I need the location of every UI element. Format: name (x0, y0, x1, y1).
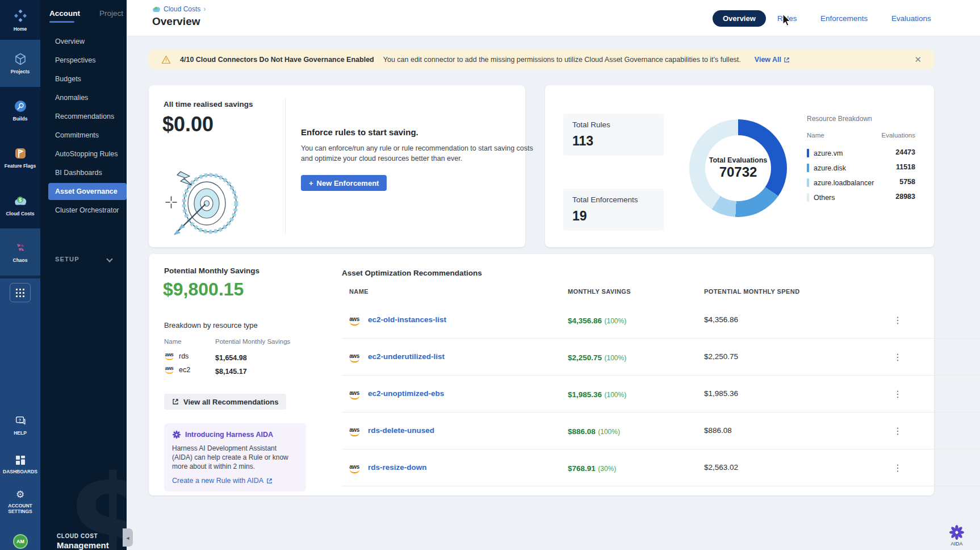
realised-savings-card: All time realised savings $0.00 Enforce … (149, 85, 525, 247)
legend-value-others: 28983 (846, 193, 915, 201)
sidebar-item-account-settings[interactable]: ⚙ ACCOUNT SETTINGS (0, 490, 40, 514)
close-icon[interactable]: ✕ (914, 55, 922, 65)
rule-link[interactable]: ec2-underutilized-list (368, 352, 445, 361)
active-tab-underline (49, 21, 74, 23)
nav-item-budgets[interactable]: Budgets (40, 69, 127, 88)
table-row[interactable]: aws rds-resize-down $768.91 (30%) $2,563… (342, 449, 980, 486)
nav-item-asset-governance[interactable]: Asset Governance (48, 183, 127, 200)
aida-assistant-button[interactable]: AIDA (949, 525, 964, 547)
nav-item-bi-dashboards[interactable]: BI Dashboards (40, 163, 127, 182)
tab-rules[interactable]: Rules (777, 14, 797, 23)
user-avatar[interactable]: AM (13, 534, 28, 549)
cloud-icon (152, 6, 161, 13)
kebab-menu-icon[interactable]: ⋮ (893, 352, 903, 363)
rule-link[interactable]: ec2-old-instances-list (368, 315, 446, 324)
nav-item-overview[interactable]: Overview (40, 32, 127, 51)
breadcrumb: Cloud Costs › (152, 5, 206, 13)
potential-savings-title: Potential Monthly Savings (164, 266, 259, 275)
kebab-menu-icon[interactable]: ⋮ (893, 463, 903, 473)
setup-section-toggle[interactable]: SETUP (55, 256, 79, 262)
tab-evaluations[interactable]: Evaluations (891, 14, 931, 23)
view-all-link[interactable]: View All (755, 56, 790, 64)
aida-title: Introducing Harness AIDA (185, 431, 273, 439)
module-grid-button[interactable] (10, 283, 31, 302)
nav-item-recommendations[interactable]: Recommendations (40, 107, 127, 126)
create-rule-with-aida-link[interactable]: Create a new Rule with AIDA (172, 477, 298, 485)
legend-value-loadbalancer: 5758 (846, 178, 915, 186)
scope-tab-project[interactable]: Project (99, 9, 123, 18)
breakdown-row-rds: aws rds (164, 352, 189, 361)
builds-icon (14, 99, 27, 113)
resource-breakdown-title: Resource Breakdown (807, 115, 872, 123)
collapse-arrow-icon: ◂ (126, 535, 129, 541)
donut-center-label: Total Evaluations (709, 156, 768, 164)
kebab-menu-icon[interactable]: ⋮ (893, 426, 903, 436)
aida-intro-panel: Introducing Harness AIDA Harness AI Deve… (164, 423, 306, 491)
sidebar-item-home[interactable]: Home (0, 0, 40, 40)
sidebar-item-builds[interactable]: Builds (0, 87, 40, 134)
sidebar-item-projects[interactable]: Projects (0, 40, 40, 87)
aws-icon: aws (347, 464, 361, 473)
tab-enforcements[interactable]: Enforcements (820, 14, 868, 23)
table-row[interactable]: aws ec2-old-instances-list $4,356.86 (10… (342, 302, 980, 339)
new-enforcement-button[interactable]: + New Enforcement (301, 175, 387, 191)
nav-footer-module: CLOUD COST (57, 533, 98, 539)
total-enforcements-stat: Total Enforcements 19 (563, 189, 664, 231)
sidebar-item-cloud-costs[interactable]: $ Cloud Costs (0, 181, 40, 228)
donut-center-value: 70732 (719, 164, 757, 180)
harness-logo-icon (13, 9, 28, 23)
table-row[interactable]: aws ec2-underutilized-list $2,250.75 (10… (342, 339, 980, 376)
scope-tab-account[interactable]: Account (49, 9, 80, 18)
aws-icon: aws (165, 352, 173, 360)
potential-savings-amount: $9,800.15 (163, 279, 244, 300)
projects-cube-icon (14, 52, 27, 66)
gear-icon: ⚙ (16, 490, 24, 500)
sidebar-item-dashboards[interactable]: DASHBOARDS (0, 455, 40, 474)
view-all-recommendations-button[interactable]: View all Recommendations (164, 394, 286, 410)
aws-icon: aws (347, 353, 361, 363)
breadcrumb-cloud-costs-link[interactable]: Cloud Costs (164, 5, 200, 13)
resource-type-breakdown-title: Breakdown by resource type (164, 321, 258, 330)
aws-icon: aws (165, 366, 173, 374)
rule-link[interactable]: ec2-unoptimized-ebs (368, 389, 444, 398)
sidebar-item-help[interactable]: ? HELP (0, 415, 40, 436)
ec2-savings-value: $8,145.17 (215, 368, 247, 376)
tab-overview[interactable]: Overview (713, 10, 766, 27)
aws-icon: aws (347, 427, 361, 436)
nav-item-autostopping-rules[interactable]: AutoStopping Rules (40, 144, 127, 163)
breadcrumb-separator: › (203, 5, 206, 13)
table-row[interactable]: aws ec2-unoptimized-ebs $1,985.36 (100%)… (342, 376, 980, 413)
help-chat-icon: ? (14, 415, 27, 427)
donut-center: Total Evaluations 70732 (705, 135, 771, 201)
dashboards-icon (15, 455, 26, 466)
total-rules-label: Total Rules (572, 120, 655, 129)
kebab-menu-icon[interactable]: ⋮ (893, 315, 903, 326)
nav-item-commitments[interactable]: Commitments (40, 126, 127, 144)
table-row[interactable]: aws rds-delete-unused $886.08 (100%) $88… (342, 413, 980, 449)
legend-row: azure.disk (807, 163, 846, 173)
legend-value-azure-disk: 11518 (846, 163, 915, 171)
col-header-monthly-savings: MONTHLY SAVINGS (568, 288, 631, 295)
rail-lower-section: ? HELP DASHBOARDS ⚙ ACCOUNT SETTINGS AM (0, 278, 40, 550)
svg-text:$: $ (18, 197, 21, 203)
col-potential-savings: Potential Monthly Savings (215, 338, 290, 345)
col-header-potential-spend: POTENTIAL MONTHLY SPEND (704, 288, 800, 295)
aida-flower-icon (172, 430, 181, 439)
card-divider (285, 98, 286, 235)
sidebar-item-chaos[interactable]: Chaos (0, 228, 40, 276)
nav-item-perspectives[interactable]: Perspectives (40, 51, 127, 69)
rule-link[interactable]: rds-resize-down (368, 463, 427, 472)
nav-item-cluster-orchestrator[interactable]: Cluster Orchestrator (40, 201, 127, 219)
sidebar-item-feature-flags[interactable]: Feature Flags (0, 134, 40, 181)
breakdown-row-ec2: aws ec2 (164, 365, 190, 374)
total-rules-value: 113 (572, 134, 655, 149)
rule-link[interactable]: rds-delete-unused (368, 426, 434, 435)
kebab-menu-icon[interactable]: ⋮ (893, 389, 903, 399)
page-title: Overview (152, 15, 200, 28)
recommendations-heading: Asset Optimization Recommendations (342, 269, 482, 277)
nav-item-anomalies[interactable]: Anomalies (40, 88, 127, 107)
module-rail: Home Projects Builds Feature Flags (0, 0, 40, 550)
total-rules-stat: Total Rules 113 (563, 114, 664, 156)
sidebar-collapse-button[interactable]: ◂ (123, 528, 133, 547)
cloud-costs-icon: $ (13, 193, 28, 208)
